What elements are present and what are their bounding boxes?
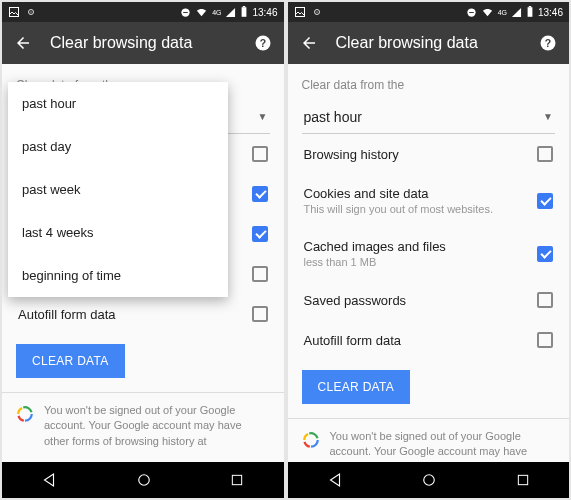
chevron-down-icon: ▼ [543, 111, 553, 122]
menu-item[interactable]: past day [8, 125, 228, 168]
page-title: Clear browsing data [336, 34, 522, 52]
nav-recent-icon[interactable] [229, 472, 245, 488]
checkbox-saved-passwords[interactable] [537, 292, 553, 308]
svg-point-17 [316, 11, 317, 12]
checkbox[interactable] [252, 226, 268, 242]
menu-item[interactable]: past week [8, 168, 228, 211]
nav-back-icon[interactable] [326, 471, 344, 489]
clock: 13:46 [252, 7, 277, 18]
option-row[interactable]: Saved passwords [302, 280, 556, 320]
nav-recent-icon[interactable] [515, 472, 531, 488]
image-icon [294, 6, 306, 18]
nav-home-icon[interactable] [420, 471, 438, 489]
wifi-icon [195, 7, 208, 18]
checkbox-saved-passwords[interactable] [252, 266, 268, 282]
svg-rect-21 [529, 6, 531, 7]
svg-point-2 [30, 11, 31, 12]
svg-rect-0 [10, 8, 19, 17]
option-row[interactable]: Browsing history [302, 134, 556, 174]
svg-rect-6 [243, 6, 245, 7]
option-row[interactable]: Autofill form data [302, 320, 556, 360]
help-icon[interactable]: ? [254, 34, 272, 52]
time-range-menu: past hour past day past week last 4 week… [8, 82, 228, 297]
dropdown-value: past hour [304, 109, 362, 125]
back-icon[interactable] [14, 34, 32, 52]
status-bar: 4G 13:46 [2, 2, 284, 22]
checkbox-cookies[interactable] [537, 193, 553, 209]
menu-item[interactable]: past hour [8, 82, 228, 125]
checkbox-autofill[interactable] [537, 332, 553, 348]
checkbox-cache[interactable] [537, 246, 553, 262]
google-icon [302, 431, 320, 449]
clear-data-button[interactable]: CLEAR DATA [302, 370, 411, 404]
battery-icon [240, 6, 248, 18]
network-label: 4G [498, 9, 507, 16]
google-icon [16, 405, 34, 423]
option-row[interactable]: Cached images and filesless than 1 MB [302, 227, 556, 280]
svg-rect-15 [295, 8, 304, 17]
svg-text:?: ? [259, 37, 265, 49]
clear-data-button[interactable]: CLEAR DATA [16, 344, 125, 378]
nav-back-icon[interactable] [40, 471, 58, 489]
nav-bar [2, 462, 284, 498]
chevron-down-icon: ▼ [258, 111, 268, 122]
back-icon[interactable] [300, 34, 318, 52]
option-label: Saved passwords [304, 293, 407, 308]
nav-bar [288, 462, 570, 498]
option-label: Browsing history [304, 147, 399, 162]
svg-rect-29 [518, 475, 527, 484]
svg-point-13 [139, 475, 150, 486]
nav-home-icon[interactable] [135, 471, 153, 489]
footer-note: You won't be signed out of your Google a… [16, 403, 270, 457]
svg-text:?: ? [545, 37, 551, 49]
svg-rect-5 [242, 7, 247, 17]
option-label: Cookies and site data [304, 186, 494, 201]
option-row[interactable]: Cookies and site dataThis will sign you … [302, 174, 556, 227]
page-title: Clear browsing data [50, 34, 236, 52]
option-sublabel: This will sign you out of most websites. [304, 203, 494, 215]
option-label: Cached images and files [304, 239, 446, 254]
svg-rect-4 [183, 12, 188, 13]
svg-rect-19 [469, 12, 474, 13]
time-range-label: Clear data from the [302, 78, 556, 92]
network-label: 4G [212, 9, 221, 16]
status-bar: 4G 13:46 [288, 2, 570, 22]
time-range-dropdown[interactable]: past hour ▼ [302, 100, 556, 134]
signal-icon [511, 7, 522, 18]
image-icon [8, 6, 20, 18]
phone-right: 4G 13:46 Clear browsing data ? Clear dat… [288, 2, 570, 498]
menu-item[interactable]: beginning of time [8, 254, 228, 297]
checkbox-browsing-history[interactable] [537, 146, 553, 162]
location-icon [312, 7, 322, 17]
wifi-icon [481, 7, 494, 18]
svg-rect-14 [233, 475, 242, 484]
help-icon[interactable]: ? [539, 34, 557, 52]
dnd-icon [180, 7, 191, 18]
location-icon [26, 7, 36, 17]
clock: 13:46 [538, 7, 563, 18]
divider [288, 418, 570, 419]
signal-icon [225, 7, 236, 18]
battery-icon [526, 6, 534, 18]
divider [2, 392, 284, 393]
checkbox[interactable] [252, 146, 268, 162]
svg-point-28 [424, 475, 435, 486]
app-bar: Clear browsing data ? [288, 22, 570, 64]
checkbox[interactable] [252, 186, 268, 202]
option-label: Autofill form data [304, 333, 402, 348]
app-bar: Clear browsing data ? [2, 22, 284, 64]
option-sublabel: less than 1 MB [304, 256, 446, 268]
option-autofill: Autofill form data [18, 307, 116, 322]
phone-left: 4G 13:46 Clear browsing data ? Clear dat… [2, 2, 284, 498]
footer-text: You won't be signed out of your Google a… [44, 403, 270, 449]
menu-item[interactable]: last 4 weeks [8, 211, 228, 254]
svg-rect-20 [528, 7, 533, 17]
checkbox-autofill[interactable] [252, 306, 268, 322]
dnd-icon [466, 7, 477, 18]
